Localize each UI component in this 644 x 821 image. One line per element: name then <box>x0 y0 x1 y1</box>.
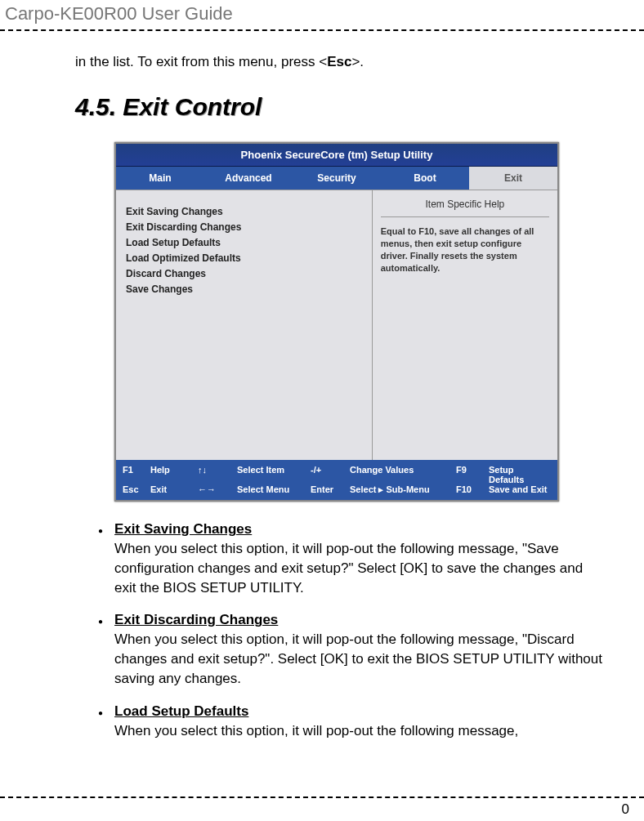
bios-help-panel: Item Specific Help Equal to F10, save al… <box>372 190 557 460</box>
bios-item[interactable]: Save Changes <box>126 283 362 295</box>
bios-item[interactable]: Exit Discarding Changes <box>126 221 362 233</box>
foot-action: Select Menu <box>237 484 311 495</box>
section-heading: 4.5. Exit Control <box>75 93 644 121</box>
foot-action: Change Values <box>350 465 456 484</box>
intro-key: Esc <box>327 54 351 69</box>
bios-footer: F1 Help ↑↓ Select Item -/+ Change Values… <box>116 460 557 500</box>
bullet-item: ● Exit Saving Changes When you select th… <box>98 521 605 597</box>
foot-sym: Enter <box>311 484 350 495</box>
page-header: Carpo-KE00R00 User Guide <box>0 0 644 31</box>
foot-label: Help <box>150 465 198 484</box>
bios-tabs: Main Advanced Security Boot Exit <box>116 167 557 190</box>
bios-screenshot: Phoenix SecureCore (tm) Setup Utility Ma… <box>114 142 559 502</box>
intro-prefix: in the list. To exit from this menu, pre… <box>75 54 327 69</box>
bullet-icon: ● <box>98 521 114 597</box>
footer-divider <box>0 796 644 798</box>
bios-item[interactable]: Discard Changes <box>126 268 362 279</box>
bullet-icon: ● <box>98 612 114 688</box>
page-number: 0 <box>622 801 629 818</box>
foot-sym: -/+ <box>311 465 350 484</box>
bullet-desc: When you select this option, it will pop… <box>114 630 605 688</box>
foot-action: Select Item <box>237 465 311 484</box>
bullet-item: ● Exit Discarding Changes When you selec… <box>98 612 605 688</box>
intro-suffix: >. <box>351 54 364 69</box>
help-title: Item Specific Help <box>381 199 549 217</box>
bullet-title: Exit Saving Changes <box>114 521 605 538</box>
bullet-desc: When you select this option, it will pop… <box>114 539 605 597</box>
bullet-item: ● Load Setup Defaults When you select th… <box>98 703 605 741</box>
bullet-title: Load Setup Defaults <box>114 703 605 720</box>
foot-sym: ←→ <box>198 484 237 495</box>
bios-item[interactable]: Load Setup Defaults <box>126 237 362 248</box>
tab-main[interactable]: Main <box>116 167 204 190</box>
tab-boot[interactable]: Boot <box>381 167 469 190</box>
bullet-list: ● Exit Saving Changes When you select th… <box>98 521 605 741</box>
intro-paragraph: in the list. To exit from this menu, pre… <box>75 54 644 70</box>
foot-faction: Save and Exit <box>489 484 551 495</box>
bios-menu-list: Exit Saving Changes Exit Discarding Chan… <box>116 190 372 460</box>
foot-fkey: F9 <box>456 465 489 484</box>
bios-item[interactable]: Exit Saving Changes <box>126 206 362 217</box>
help-body: Equal to F10, save all changes of all me… <box>381 225 549 274</box>
bios-item[interactable]: Load Optimized Defaults <box>126 252 362 264</box>
bullet-icon: ● <box>98 703 114 741</box>
foot-label: Exit <box>150 484 198 495</box>
foot-key: F1 <box>123 465 150 484</box>
tab-advanced[interactable]: Advanced <box>204 167 293 190</box>
bullet-title: Exit Discarding Changes <box>114 612 605 628</box>
foot-sym: ↑↓ <box>198 465 237 484</box>
bios-title: Phoenix SecureCore (tm) Setup Utility <box>116 144 557 167</box>
tab-security[interactable]: Security <box>293 167 381 190</box>
tab-exit[interactable]: Exit <box>469 167 557 190</box>
foot-action: Select ▸ Sub-Menu <box>350 484 456 495</box>
bios-body: Exit Saving Changes Exit Discarding Chan… <box>116 190 557 460</box>
bullet-desc: When you select this option, it will pop… <box>114 721 605 741</box>
foot-faction: Setup Defaults <box>489 465 551 484</box>
foot-key: Esc <box>123 484 150 495</box>
foot-fkey: F10 <box>456 484 489 495</box>
